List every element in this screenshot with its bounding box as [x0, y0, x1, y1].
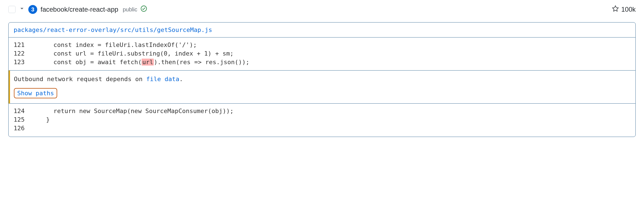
code-result-panel: packages/react-error-overlay/src/utils/g…: [8, 22, 636, 137]
line-content: [46, 124, 635, 133]
code-line: 124 return new SourceMap(new SourceMapCo…: [9, 107, 635, 116]
highlighted-token: url: [142, 59, 154, 66]
chevron-down-icon[interactable]: [19, 6, 25, 13]
file-path-link[interactable]: packages/react-error-overlay/src/utils/g…: [9, 22, 635, 38]
line-content: }: [46, 116, 635, 124]
line-number: 121: [9, 41, 34, 49]
code-line: 122 const url = fileUri.substring(0, ind…: [9, 49, 635, 58]
code-block-bottom: 124 return new SourceMap(new SourceMapCo…: [9, 104, 635, 136]
svg-point-0: [141, 6, 147, 11]
result-header: 3 facebook/create-react-app public 100k: [8, 3, 636, 22]
verified-check-icon: [140, 5, 147, 14]
alert-message: Outbound network request depends on file…: [14, 76, 632, 82]
alert-link[interactable]: file data: [146, 76, 179, 82]
star-icon: [612, 5, 619, 14]
line-content: const index = fileUri.lastIndexOf('/');: [46, 41, 635, 49]
line-content: const url = fileUri.substring(0, index +…: [46, 49, 635, 58]
repo-name[interactable]: facebook/create-react-app: [41, 6, 118, 13]
select-checkbox[interactable]: [8, 6, 16, 13]
show-paths-button[interactable]: Show paths: [14, 88, 57, 98]
code-line: 123 const obj = await fetch(url).then(re…: [9, 58, 635, 67]
line-number: 123: [9, 58, 34, 67]
star-section[interactable]: 100k: [612, 5, 636, 14]
line-content: const obj = await fetch(url).then(res =>…: [46, 58, 635, 67]
code-block-top: 121 const index = fileUri.lastIndexOf('/…: [9, 38, 635, 70]
line-number: 126: [9, 124, 34, 133]
visibility-label: public: [123, 6, 137, 13]
alert-block: Outbound network request depends on file…: [9, 70, 635, 104]
code-line: 125}: [9, 116, 635, 124]
line-content: return new SourceMap(new SourceMapConsum…: [46, 107, 635, 116]
line-number: 122: [9, 49, 34, 58]
code-line: 126: [9, 124, 635, 133]
line-number: 125: [9, 116, 34, 124]
star-count: 100k: [621, 6, 636, 13]
code-line: 121 const index = fileUri.lastIndexOf('/…: [9, 41, 635, 49]
alert-count-badge: 3: [28, 5, 37, 14]
line-number: 124: [9, 107, 34, 116]
